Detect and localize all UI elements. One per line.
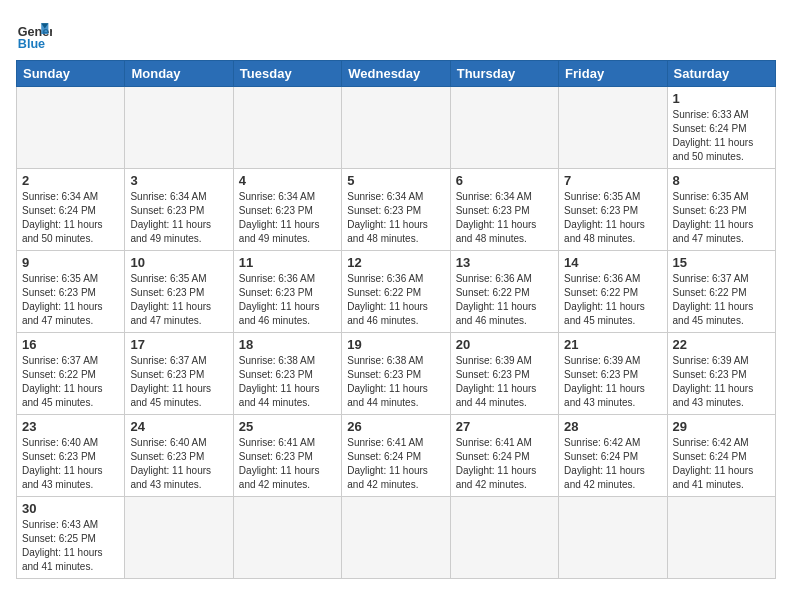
calendar-cell: 14Sunrise: 6:36 AMSunset: 6:22 PMDayligh… bbox=[559, 251, 667, 333]
day-info: Sunrise: 6:36 AMSunset: 6:22 PMDaylight:… bbox=[456, 272, 553, 328]
calendar-cell: 10Sunrise: 6:35 AMSunset: 6:23 PMDayligh… bbox=[125, 251, 233, 333]
day-info: Sunrise: 6:35 AMSunset: 6:23 PMDaylight:… bbox=[130, 272, 227, 328]
day-number: 29 bbox=[673, 419, 770, 434]
day-info: Sunrise: 6:35 AMSunset: 6:23 PMDaylight:… bbox=[673, 190, 770, 246]
day-info: Sunrise: 6:43 AMSunset: 6:25 PMDaylight:… bbox=[22, 518, 119, 574]
day-info: Sunrise: 6:42 AMSunset: 6:24 PMDaylight:… bbox=[673, 436, 770, 492]
day-number: 10 bbox=[130, 255, 227, 270]
day-info: Sunrise: 6:34 AMSunset: 6:23 PMDaylight:… bbox=[130, 190, 227, 246]
day-number: 22 bbox=[673, 337, 770, 352]
calendar-cell bbox=[125, 87, 233, 169]
day-number: 24 bbox=[130, 419, 227, 434]
weekday-header: Thursday bbox=[450, 61, 558, 87]
day-number: 11 bbox=[239, 255, 336, 270]
day-info: Sunrise: 6:37 AMSunset: 6:22 PMDaylight:… bbox=[22, 354, 119, 410]
day-number: 23 bbox=[22, 419, 119, 434]
day-number: 6 bbox=[456, 173, 553, 188]
calendar-week-row: 30Sunrise: 6:43 AMSunset: 6:25 PMDayligh… bbox=[17, 497, 776, 579]
weekday-header: Monday bbox=[125, 61, 233, 87]
calendar-cell bbox=[559, 497, 667, 579]
day-number: 21 bbox=[564, 337, 661, 352]
calendar-cell: 29Sunrise: 6:42 AMSunset: 6:24 PMDayligh… bbox=[667, 415, 775, 497]
calendar-cell: 19Sunrise: 6:38 AMSunset: 6:23 PMDayligh… bbox=[342, 333, 450, 415]
day-number: 30 bbox=[22, 501, 119, 516]
day-info: Sunrise: 6:34 AMSunset: 6:24 PMDaylight:… bbox=[22, 190, 119, 246]
calendar-cell: 9Sunrise: 6:35 AMSunset: 6:23 PMDaylight… bbox=[17, 251, 125, 333]
day-info: Sunrise: 6:33 AMSunset: 6:24 PMDaylight:… bbox=[673, 108, 770, 164]
calendar-cell: 22Sunrise: 6:39 AMSunset: 6:23 PMDayligh… bbox=[667, 333, 775, 415]
day-info: Sunrise: 6:35 AMSunset: 6:23 PMDaylight:… bbox=[564, 190, 661, 246]
logo-icon: General Blue bbox=[16, 16, 52, 52]
calendar-cell: 24Sunrise: 6:40 AMSunset: 6:23 PMDayligh… bbox=[125, 415, 233, 497]
calendar-cell: 12Sunrise: 6:36 AMSunset: 6:22 PMDayligh… bbox=[342, 251, 450, 333]
calendar-cell: 1Sunrise: 6:33 AMSunset: 6:24 PMDaylight… bbox=[667, 87, 775, 169]
day-number: 16 bbox=[22, 337, 119, 352]
day-number: 27 bbox=[456, 419, 553, 434]
calendar-cell bbox=[17, 87, 125, 169]
calendar-cell bbox=[450, 497, 558, 579]
day-number: 15 bbox=[673, 255, 770, 270]
day-info: Sunrise: 6:42 AMSunset: 6:24 PMDaylight:… bbox=[564, 436, 661, 492]
calendar-week-row: 2Sunrise: 6:34 AMSunset: 6:24 PMDaylight… bbox=[17, 169, 776, 251]
calendar-cell: 16Sunrise: 6:37 AMSunset: 6:22 PMDayligh… bbox=[17, 333, 125, 415]
day-info: Sunrise: 6:34 AMSunset: 6:23 PMDaylight:… bbox=[456, 190, 553, 246]
calendar-week-row: 23Sunrise: 6:40 AMSunset: 6:23 PMDayligh… bbox=[17, 415, 776, 497]
day-info: Sunrise: 6:38 AMSunset: 6:23 PMDaylight:… bbox=[239, 354, 336, 410]
day-info: Sunrise: 6:34 AMSunset: 6:23 PMDaylight:… bbox=[347, 190, 444, 246]
calendar-cell: 18Sunrise: 6:38 AMSunset: 6:23 PMDayligh… bbox=[233, 333, 341, 415]
day-number: 14 bbox=[564, 255, 661, 270]
calendar-cell bbox=[342, 87, 450, 169]
logo: General Blue bbox=[16, 16, 58, 52]
day-number: 9 bbox=[22, 255, 119, 270]
day-info: Sunrise: 6:36 AMSunset: 6:22 PMDaylight:… bbox=[347, 272, 444, 328]
svg-text:Blue: Blue bbox=[18, 37, 45, 51]
calendar-cell: 28Sunrise: 6:42 AMSunset: 6:24 PMDayligh… bbox=[559, 415, 667, 497]
day-info: Sunrise: 6:40 AMSunset: 6:23 PMDaylight:… bbox=[130, 436, 227, 492]
day-info: Sunrise: 6:39 AMSunset: 6:23 PMDaylight:… bbox=[564, 354, 661, 410]
calendar-cell: 11Sunrise: 6:36 AMSunset: 6:23 PMDayligh… bbox=[233, 251, 341, 333]
calendar-cell: 4Sunrise: 6:34 AMSunset: 6:23 PMDaylight… bbox=[233, 169, 341, 251]
calendar-week-row: 9Sunrise: 6:35 AMSunset: 6:23 PMDaylight… bbox=[17, 251, 776, 333]
day-number: 2 bbox=[22, 173, 119, 188]
weekday-header: Sunday bbox=[17, 61, 125, 87]
calendar-table: SundayMondayTuesdayWednesdayThursdayFrid… bbox=[16, 60, 776, 579]
day-number: 13 bbox=[456, 255, 553, 270]
calendar-cell bbox=[559, 87, 667, 169]
calendar-cell: 6Sunrise: 6:34 AMSunset: 6:23 PMDaylight… bbox=[450, 169, 558, 251]
day-info: Sunrise: 6:39 AMSunset: 6:23 PMDaylight:… bbox=[456, 354, 553, 410]
day-number: 25 bbox=[239, 419, 336, 434]
calendar-cell: 20Sunrise: 6:39 AMSunset: 6:23 PMDayligh… bbox=[450, 333, 558, 415]
day-number: 8 bbox=[673, 173, 770, 188]
day-number: 5 bbox=[347, 173, 444, 188]
calendar-cell: 15Sunrise: 6:37 AMSunset: 6:22 PMDayligh… bbox=[667, 251, 775, 333]
calendar-cell bbox=[233, 497, 341, 579]
calendar-cell bbox=[233, 87, 341, 169]
page-header: General Blue bbox=[16, 16, 776, 52]
day-info: Sunrise: 6:37 AMSunset: 6:22 PMDaylight:… bbox=[673, 272, 770, 328]
day-info: Sunrise: 6:41 AMSunset: 6:24 PMDaylight:… bbox=[456, 436, 553, 492]
calendar-cell: 3Sunrise: 6:34 AMSunset: 6:23 PMDaylight… bbox=[125, 169, 233, 251]
calendar-cell: 7Sunrise: 6:35 AMSunset: 6:23 PMDaylight… bbox=[559, 169, 667, 251]
weekday-header: Tuesday bbox=[233, 61, 341, 87]
calendar-cell: 27Sunrise: 6:41 AMSunset: 6:24 PMDayligh… bbox=[450, 415, 558, 497]
calendar-cell: 5Sunrise: 6:34 AMSunset: 6:23 PMDaylight… bbox=[342, 169, 450, 251]
day-info: Sunrise: 6:41 AMSunset: 6:24 PMDaylight:… bbox=[347, 436, 444, 492]
day-info: Sunrise: 6:41 AMSunset: 6:23 PMDaylight:… bbox=[239, 436, 336, 492]
calendar-cell bbox=[450, 87, 558, 169]
day-number: 17 bbox=[130, 337, 227, 352]
calendar-cell: 23Sunrise: 6:40 AMSunset: 6:23 PMDayligh… bbox=[17, 415, 125, 497]
weekday-header: Saturday bbox=[667, 61, 775, 87]
calendar-cell: 8Sunrise: 6:35 AMSunset: 6:23 PMDaylight… bbox=[667, 169, 775, 251]
day-number: 1 bbox=[673, 91, 770, 106]
weekday-header: Friday bbox=[559, 61, 667, 87]
day-info: Sunrise: 6:36 AMSunset: 6:22 PMDaylight:… bbox=[564, 272, 661, 328]
calendar-cell: 13Sunrise: 6:36 AMSunset: 6:22 PMDayligh… bbox=[450, 251, 558, 333]
calendar-cell bbox=[667, 497, 775, 579]
day-info: Sunrise: 6:36 AMSunset: 6:23 PMDaylight:… bbox=[239, 272, 336, 328]
day-number: 20 bbox=[456, 337, 553, 352]
calendar-cell: 30Sunrise: 6:43 AMSunset: 6:25 PMDayligh… bbox=[17, 497, 125, 579]
weekday-header: Wednesday bbox=[342, 61, 450, 87]
day-info: Sunrise: 6:34 AMSunset: 6:23 PMDaylight:… bbox=[239, 190, 336, 246]
day-number: 28 bbox=[564, 419, 661, 434]
calendar-header-row: SundayMondayTuesdayWednesdayThursdayFrid… bbox=[17, 61, 776, 87]
